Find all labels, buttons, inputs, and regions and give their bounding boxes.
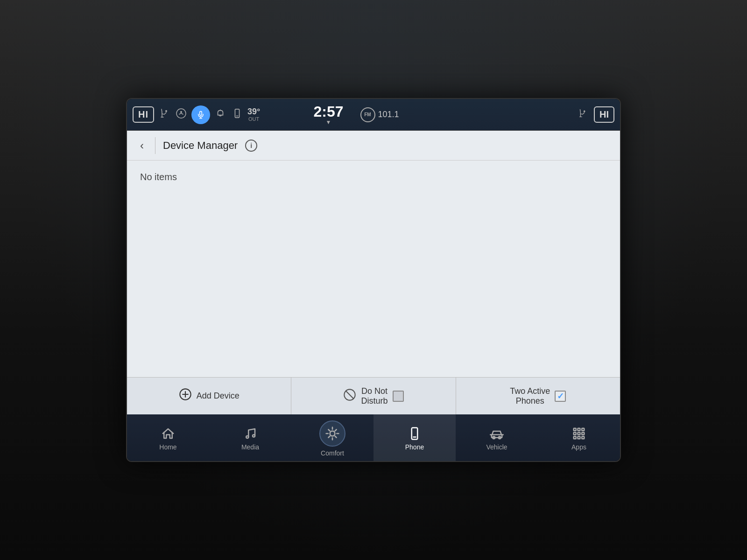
do-not-disturb-checkbox[interactable] <box>393 391 404 402</box>
svg-rect-28 <box>582 433 584 435</box>
nav-item-vehicle[interactable]: Vehicle <box>456 414 538 462</box>
comfort-circle <box>319 420 345 447</box>
radio-block[interactable]: FM 101.1 <box>360 107 399 122</box>
comfort-icon <box>325 426 340 441</box>
nav-item-home[interactable]: Home <box>127 414 209 462</box>
mic-button[interactable] <box>191 105 210 124</box>
dashboard-background: HI <box>0 0 747 560</box>
nav-item-comfort[interactable]: Comfort <box>291 414 374 462</box>
apps-icon <box>572 427 586 441</box>
do-not-disturb-label: Do Not Disturb <box>361 386 388 406</box>
do-not-disturb-button[interactable]: Do Not Disturb <box>291 378 456 414</box>
svg-point-15 <box>246 436 248 438</box>
home-icon <box>161 427 175 441</box>
nav-label-vehicle: Vehicle <box>486 443 507 451</box>
status-left-section: HI <box>133 105 302 124</box>
bell-icon[interactable] <box>214 108 227 121</box>
svg-point-2 <box>180 111 182 113</box>
svg-rect-30 <box>578 436 580 439</box>
temperature-block: 39° OUT <box>247 107 260 122</box>
svg-rect-23 <box>574 428 576 431</box>
main-content: ‹ Device Manager i No items <box>127 131 620 414</box>
svg-rect-26 <box>574 433 576 435</box>
svg-rect-24 <box>578 428 580 431</box>
check-icon: ✓ <box>557 391 564 401</box>
nav-label-comfort: Comfort <box>321 449 344 457</box>
add-circle-icon <box>179 388 192 404</box>
status-bar: HI <box>127 99 620 131</box>
nav-item-media[interactable]: Media <box>209 414 291 462</box>
hi-badge-left: HI <box>133 106 154 123</box>
do-not-disturb-icon <box>343 388 356 404</box>
svg-rect-25 <box>582 428 584 431</box>
two-active-phones-label: Two Active Phones <box>510 386 550 406</box>
svg-point-17 <box>330 431 335 436</box>
nav-item-phone[interactable]: Phone <box>374 414 456 462</box>
svg-rect-27 <box>578 433 580 435</box>
nav-label-phone: Phone <box>405 443 424 451</box>
device-list-area: No items <box>127 161 620 377</box>
hi-badge-right: HI <box>594 106 614 123</box>
driver-icon[interactable] <box>175 108 188 121</box>
svg-rect-7 <box>235 109 239 118</box>
seat-icon[interactable] <box>158 108 171 121</box>
no-items-label: No items <box>140 172 177 182</box>
back-button[interactable]: ‹ <box>136 137 148 154</box>
nav-label-home: Home <box>159 443 176 451</box>
nav-label-apps: Apps <box>571 443 586 451</box>
media-icon <box>243 427 257 441</box>
svg-point-16 <box>253 435 255 437</box>
action-bar: Add Device Do Not Disturb <box>127 377 620 414</box>
svg-point-9 <box>584 111 585 112</box>
nav-label-media: Media <box>241 443 259 451</box>
vehicle-icon <box>490 427 504 441</box>
svg-rect-31 <box>582 436 584 439</box>
page-title: Device Manager <box>163 140 238 152</box>
status-right-section: HI <box>576 106 614 123</box>
add-device-label: Add Device <box>197 391 240 401</box>
svg-rect-3 <box>200 111 202 115</box>
svg-line-14 <box>346 391 353 398</box>
info-icon[interactable]: i <box>245 140 257 152</box>
two-active-phones-button[interactable]: Two Active Phones ✓ <box>456 378 620 414</box>
svg-rect-29 <box>574 436 576 439</box>
infotainment-screen: HI <box>126 98 621 462</box>
nav-item-apps[interactable]: Apps <box>538 414 620 462</box>
phone-status-icon <box>231 108 244 121</box>
bottom-navigation: Home Media <box>127 414 620 462</box>
two-active-phones-checkbox[interactable]: ✓ <box>555 391 566 402</box>
seat-icon-right[interactable] <box>576 108 589 121</box>
add-device-button[interactable]: Add Device <box>127 378 291 414</box>
header-divider <box>155 137 155 154</box>
clock-block: 2:57 ▼ <box>306 104 351 126</box>
page-header: ‹ Device Manager i <box>127 131 620 161</box>
svg-point-0 <box>165 110 167 112</box>
radio-frequency: 101.1 <box>378 110 399 119</box>
phone-nav-icon <box>408 427 422 441</box>
fm-badge: FM <box>360 107 375 122</box>
